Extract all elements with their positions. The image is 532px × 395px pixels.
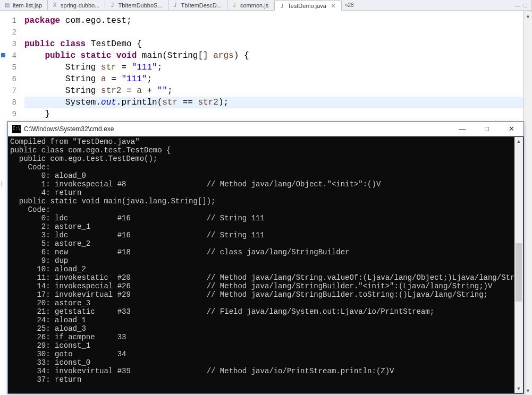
cmd-title: C:\Windows\System32\cmd.exe [24,125,114,133]
editor-tab-item-list-jsp[interactable]: ▤item-list.jsp [0,0,48,10]
editor-tab-tbitemdescd-[interactable]: JTbItemDescD... [168,0,227,10]
cmd-line: 11: invokestatic #20 // Method java/lang… [10,273,521,282]
cmd-line: 0: aload_0 [10,171,521,180]
cmd-line: Code: [10,163,521,171]
line-number: 6 [0,73,21,85]
cmd-line: 6: new #18 // class java/lang/StringBuil… [10,248,521,256]
editor-tab-testdemo-java[interactable]: JTestDemo.java✕ [274,1,342,11]
cmd-line: 21: getstatic #33 // Field java/lang/Sys… [10,307,521,316]
cmd-line: 37: return [10,375,521,384]
tab-label: TestDemo.java [288,3,326,9]
cmd-line: 10: aload_2 [10,265,521,273]
cmd-line: 29: iconst_1 [10,341,521,350]
code-area[interactable]: package com.ego.test;public class TestDe… [21,11,531,120]
cmd-line: 4: return [10,188,521,197]
cmd-line: 0: ldc #16 // String 111 [10,214,521,222]
tab-label: TbItemDescD... [181,2,222,8]
scroll-up-icon[interactable]: ▲ [514,137,523,145]
line-number: 5 [0,62,21,73]
cmd-line: 9: dup [10,256,521,265]
line-number: 3 [0,38,21,50]
cmd-line: Code: [10,205,521,214]
line-number: 9 [0,108,21,120]
cmd-line: 33: iconst_0 [10,358,521,367]
cmd-line: 1: invokespecial #8 // Method java/lang/… [10,180,521,188]
code-line[interactable]: } [24,108,531,120]
cmd-line: Compiled from "TestDemo.java" [10,138,521,146]
cmd-line: public com.ego.test.TestDemo(); [10,154,521,163]
tab-overflow-indicator[interactable]: »28 [342,0,357,10]
cmd-line: 30: goto 34 [10,350,521,358]
tab-label: common.js [240,2,268,8]
outer-scrollbar[interactable]: ▲ ▼ [523,12,532,395]
cmd-line: public static void main(java.lang.String… [10,197,521,205]
cmd-vertical-scrollbar[interactable]: ▲ ▼ [514,137,523,393]
cmd-window: C:\ C:\Windows\System32\cmd.exe — □ ✕ Co… [7,121,524,394]
tab-label: item-list.jsp [13,2,42,8]
scroll-thumb[interactable] [516,243,522,302]
cmd-line: 25: aload_3 [10,324,521,333]
line-number: 8 [0,97,21,108]
cmd-icon: C:\ [12,125,21,133]
xml-file-icon: X [51,2,58,9]
editor-tabstrip: ▤item-list.jspXspring-dubbo...JTbItemDub… [0,0,531,11]
cmd-line: 3: ldc #16 // String 111 [10,231,521,239]
scroll-down-icon[interactable]: ▼ [514,384,523,393]
code-line[interactable]: String str = "111"; [24,62,531,73]
close-button[interactable]: ✕ [499,122,523,136]
clipped-text: t [1,181,3,188]
java-file-icon: J [278,2,285,10]
code-line[interactable]: public static void main(String[] args) { [24,50,531,62]
code-line[interactable]: String a = "111"; [24,73,531,85]
cmd-line: 14: invokespecial #26 // Method java/lan… [10,282,521,290]
line-number: 7 [0,85,21,97]
code-line[interactable]: String str2 = a + ""; [24,85,531,97]
scroll-up-icon[interactable]: ▲ [524,12,532,20]
editor-tab-common-js[interactable]: Jcommon.js [227,0,274,10]
cmd-line: 34: invokevirtual #39 // Method java/io/… [10,367,521,375]
js-file-icon: J [231,2,238,9]
cmd-line: 5: astore_2 [10,239,521,248]
line-number: 4 [0,50,21,62]
window-controls: — □ ✕ [450,122,523,136]
code-line[interactable] [24,27,531,38]
cmd-line: 26: if_acmpne 33 [10,333,521,341]
cmd-line: 17: invokevirtual #29 // Method java/lan… [10,290,521,299]
tab-label: spring-dubbo... [61,2,99,8]
cmd-output[interactable]: Compiled from "TestDemo.java"public clas… [8,136,523,393]
code-line[interactable]: package com.ego.test; [24,15,531,27]
editor-tab-tbitemdubbos-[interactable]: JTbItemDubboS... [105,0,168,10]
minimize-button[interactable]: — [450,122,475,136]
java-file-icon: J [172,2,179,9]
minimize-view-icon[interactable]: — [514,2,520,8]
eclipse-editor: ▤item-list.jspXspring-dubbo...JTbItemDub… [0,0,532,120]
cmd-line: 2: astore_1 [10,222,521,231]
cmd-line: public class com.ego.test.TestDemo { [10,146,521,154]
line-number: 1 [0,15,21,27]
editor-tab-spring-dubbo-[interactable]: Xspring-dubbo... [48,0,105,10]
cmd-line: 24: aload_1 [10,316,521,324]
cmd-titlebar[interactable]: C:\ C:\Windows\System32\cmd.exe — □ ✕ [8,122,523,136]
java-file-icon: J [108,2,116,9]
maximize-view-icon[interactable]: □ [523,2,527,8]
line-number-gutter: 123456789 [0,11,21,120]
tab-close-icon[interactable]: ✕ [331,2,336,10]
code-line[interactable]: System.out.println(str == str2); [24,97,531,108]
scroll-down-icon[interactable]: ▼ [524,387,532,395]
maximize-button[interactable]: □ [475,122,499,136]
editor-body: 123456789 package com.ego.test;public cl… [0,11,531,120]
tab-label: TbItemDubboS... [118,2,162,8]
cmd-line: 20: astore_3 [10,299,521,307]
editor-view-controls: — □ [514,0,531,10]
code-line[interactable]: public class TestDemo { [24,38,531,50]
jsp-file-icon: ▤ [3,2,11,9]
line-number: 2 [0,27,21,38]
